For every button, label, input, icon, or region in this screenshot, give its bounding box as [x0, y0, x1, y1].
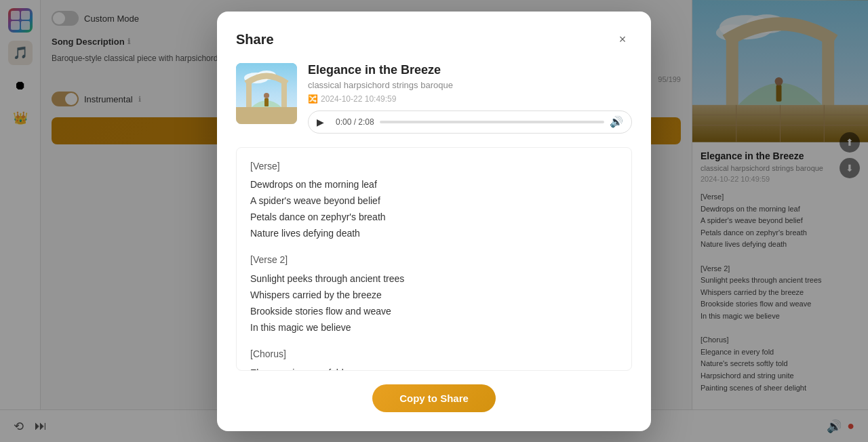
- modal-header: Share ×: [236, 31, 632, 49]
- verse1-section: [Verse] Dewdrops on the morning leaf A s…: [250, 159, 618, 242]
- verse1-line-2: A spider's weave beyond belief: [250, 193, 618, 209]
- audio-player[interactable]: ▶ 0:00 / 2:08 🔊: [308, 110, 632, 134]
- chorus-line-1: Elegance in every fold: [250, 365, 618, 370]
- modal-close-button[interactable]: ×: [613, 31, 632, 49]
- modal-overlay[interactable]: Share ×: [0, 0, 868, 442]
- verse2-tag: [Verse 2]: [250, 252, 618, 268]
- thumbnail-artwork: [236, 63, 297, 124]
- date-icon: 🔀: [308, 94, 318, 104]
- track-details: Elegance in the Breeze classical harpsic…: [308, 63, 632, 134]
- modal-title: Share: [236, 32, 274, 47]
- track-thumbnail: [236, 63, 297, 124]
- track-name: Elegance in the Breeze: [308, 63, 632, 77]
- verse1-line-1: Dewdrops on the morning leaf: [250, 177, 618, 193]
- share-modal: Share ×: [217, 12, 651, 431]
- verse1-line-3: Petals dance on zephyr's breath: [250, 209, 618, 226]
- verse2-line-1: Sunlight peeks through ancient trees: [250, 271, 618, 287]
- verse2-line-3: Brookside stories flow and weave: [250, 304, 618, 320]
- track-tags: classical harpsichord strings baroque: [308, 80, 632, 90]
- audio-progress-bar[interactable]: [380, 121, 604, 123]
- verse2-line-4: In this magic we believe: [250, 320, 618, 336]
- svg-rect-20: [264, 98, 269, 106]
- lyrics-container: [Verse] Dewdrops on the morning leaf A s…: [236, 147, 632, 371]
- audio-time: 0:00 / 2:08: [336, 117, 374, 127]
- chorus-tag: [Chorus]: [250, 346, 618, 363]
- verse2-section: [Verse 2] Sunlight peeks through ancient…: [250, 252, 618, 336]
- track-date: 🔀 2024-10-22 10:49:59: [308, 94, 632, 104]
- verse1-tag: [Verse]: [250, 159, 618, 175]
- verse1-line-4: Nature lives defying death: [250, 226, 618, 242]
- copy-share-button[interactable]: Copy to Share: [372, 384, 496, 412]
- verse2-line-2: Whispers carried by the breeze: [250, 287, 618, 304]
- volume-icon[interactable]: 🔊: [610, 115, 623, 128]
- play-button[interactable]: ▶: [317, 115, 330, 129]
- svg-rect-19: [236, 107, 297, 124]
- modal-track-info: Elegance in the Breeze classical harpsic…: [236, 63, 632, 134]
- svg-point-21: [264, 93, 269, 98]
- chorus-section: [Chorus] Elegance in every fold Nature's…: [250, 346, 618, 370]
